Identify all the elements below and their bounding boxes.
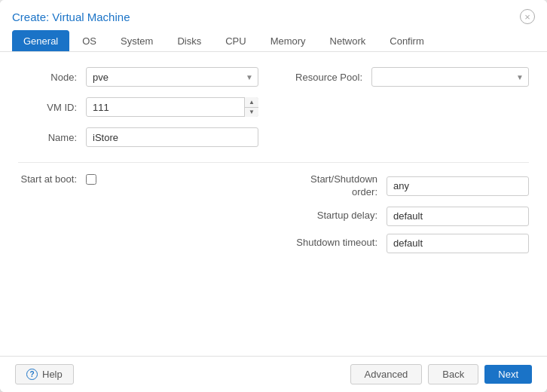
form-divider xyxy=(18,162,529,163)
start-shutdown-input[interactable] xyxy=(387,176,529,196)
node-select-wrapper: pve ▼ xyxy=(86,67,258,87)
resource-pool-select-wrapper: ▼ xyxy=(371,67,529,87)
start-at-boot-checkbox-wrapper xyxy=(86,174,96,185)
tab-network[interactable]: Network xyxy=(319,30,377,51)
footer-right: Advanced Back Next xyxy=(350,364,532,384)
help-button[interactable]: ? Help xyxy=(15,364,74,384)
form-right: Resource Pool: ▼ xyxy=(289,67,529,158)
name-row: Name: xyxy=(18,127,258,147)
vmid-spinner-buttons: ▲ ▼ xyxy=(244,97,258,117)
name-input[interactable] xyxy=(86,127,258,147)
node-row: Node: pve ▼ xyxy=(18,67,258,87)
help-icon: ? xyxy=(26,369,38,380)
shutdown-fields: Start/Shutdown order: Startup delay: Shu… xyxy=(289,173,529,253)
title-bar: Create: Virtual Machine × xyxy=(0,0,547,24)
vmid-label: VM ID: xyxy=(18,102,86,113)
close-button[interactable]: × xyxy=(520,9,535,24)
vmid-input[interactable] xyxy=(86,97,258,117)
next-button[interactable]: Next xyxy=(484,365,532,384)
vmid-decrement-button[interactable]: ▼ xyxy=(245,108,258,118)
node-select[interactable]: pve xyxy=(86,67,258,87)
tab-general[interactable]: General xyxy=(12,30,69,51)
startup-delay-input[interactable] xyxy=(387,207,529,226)
resource-pool-label: Resource Pool: xyxy=(289,72,371,83)
tab-bar: General OS System Disks CPU Memory Netwo… xyxy=(0,24,547,52)
shutdown-timeout-row: Shutdown timeout: xyxy=(289,234,529,253)
form-left: Node: pve ▼ VM ID: ▲ ▼ xyxy=(18,67,258,158)
node-label: Node: xyxy=(18,72,86,83)
start-at-boot-row: Start at boot: xyxy=(18,173,258,185)
start-at-boot-label: Start at boot: xyxy=(18,173,86,185)
start-at-boot-checkbox[interactable] xyxy=(86,174,96,185)
form-section-top: Node: pve ▼ VM ID: ▲ ▼ xyxy=(18,67,529,158)
boot-section: Start at boot: xyxy=(18,173,258,253)
startup-delay-label: Startup delay: xyxy=(289,210,387,222)
advanced-button[interactable]: Advanced xyxy=(350,364,423,384)
form-content: Node: pve ▼ VM ID: ▲ ▼ xyxy=(0,52,547,356)
tab-disks[interactable]: Disks xyxy=(166,30,212,51)
dialog-footer: ? Help Advanced Back Next xyxy=(0,356,547,392)
tab-system[interactable]: System xyxy=(109,30,164,51)
startup-delay-row: Startup delay: xyxy=(289,207,529,226)
shutdown-timeout-label: Shutdown timeout: xyxy=(289,237,387,250)
vmid-row: VM ID: ▲ ▼ xyxy=(18,97,258,117)
vmid-increment-button[interactable]: ▲ xyxy=(245,97,258,108)
name-label: Name: xyxy=(18,132,86,143)
dialog-title: Create: Virtual Machine xyxy=(12,11,130,23)
resource-pool-row: Resource Pool: ▼ xyxy=(289,67,529,87)
tab-cpu[interactable]: CPU xyxy=(214,30,257,51)
resource-pool-select[interactable] xyxy=(371,67,529,87)
form-section-bottom: Start at boot: Start/Shutdown order: xyxy=(18,173,529,253)
start-shutdown-row: Start/Shutdown order: xyxy=(289,173,529,199)
start-shutdown-label: Start/Shutdown order: xyxy=(289,173,387,199)
back-button[interactable]: Back xyxy=(428,364,478,384)
tab-os[interactable]: OS xyxy=(71,30,108,51)
create-vm-dialog: Create: Virtual Machine × General OS Sys… xyxy=(0,0,547,392)
help-label: Help xyxy=(42,369,63,380)
tab-memory[interactable]: Memory xyxy=(259,30,317,51)
tab-confirm[interactable]: Confirm xyxy=(378,30,435,51)
shutdown-section: Start/Shutdown order: Startup delay: Shu… xyxy=(289,173,529,253)
vmid-spinner-wrapper: ▲ ▼ xyxy=(86,97,258,117)
shutdown-timeout-input[interactable] xyxy=(387,234,529,253)
